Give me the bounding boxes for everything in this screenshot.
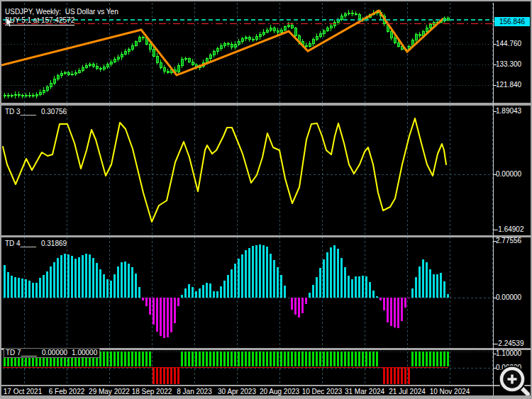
arrow-cursor-icon (6, 18, 14, 28)
indicator-td3-label: TD 3____0.30756 (5, 108, 67, 116)
chart-canvas[interactable] (1, 1, 532, 399)
mt4-chart-window: USDJPY, Weekly: US Dollar vs Yen BUY 5.1… (0, 0, 532, 399)
current-price-tag: 156.846 (494, 17, 530, 26)
indicator-td7-name: TD 7____ (6, 349, 37, 356)
indicator-td7-value2: 1.00000 (72, 349, 97, 356)
indicator-td4-name: TD 4____ (5, 240, 36, 247)
price-axis-label: 2.77556 (496, 237, 532, 245)
symbol-title: USDJPY, Weekly: US Dollar vs Yen (5, 8, 118, 16)
window-bottom-edge (1, 395, 532, 399)
price-axis-label: 133.300 (496, 60, 532, 68)
indicator-td7-value1: 0.00000 (42, 349, 67, 356)
indicator-td4-label: TD 4____0.31869 (5, 240, 67, 247)
price-axis-label: -1.64902 (496, 225, 532, 233)
price-axis-label: 0.00000 (496, 170, 532, 178)
indicator-td4-value: 0.31869 (41, 240, 67, 247)
time-axis-label: 10 Nov 2024 (421, 388, 478, 395)
zoom-icon[interactable] (498, 366, 532, 398)
indicator-td3-name: TD 3____ (5, 108, 36, 116)
price-axis-label: 121.840 (496, 81, 532, 89)
price-axis-label: 144.760 (496, 40, 532, 47)
indicator-td7-label: TD 7____0.000001.00000 (4, 348, 100, 358)
price-axis-label: -2.24539 (496, 339, 532, 347)
price-axis-label: 1.89043 (496, 107, 532, 115)
indicator-td3-value: 0.30756 (41, 108, 67, 116)
trade-position-label: BUY 5.1 at 157.42572 (5, 16, 74, 26)
price-axis-label: 1.10000 (496, 349, 532, 357)
price-axis-label: 0.00000 (496, 293, 532, 301)
